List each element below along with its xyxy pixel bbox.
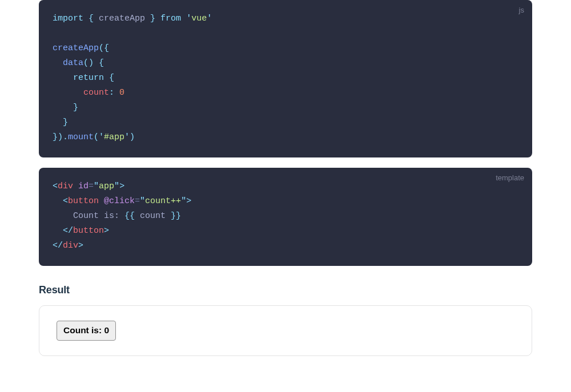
code-content-js[interactable]: import { createApp } from 'vue' createAp…: [53, 11, 518, 145]
result-heading: Result: [39, 284, 532, 296]
code-block-js: js import { createApp } from 'vue' creat…: [39, 0, 532, 157]
count-button[interactable]: Count is: 0: [57, 321, 116, 341]
code-block-template: template <div id="app"> <button @click="…: [39, 168, 532, 266]
code-content-template[interactable]: <div id="app"> <button @click="count++">…: [53, 179, 518, 253]
code-lang-label: js: [519, 6, 524, 14]
result-card: Count is: 0: [39, 305, 532, 356]
code-lang-label: template: [496, 173, 524, 182]
